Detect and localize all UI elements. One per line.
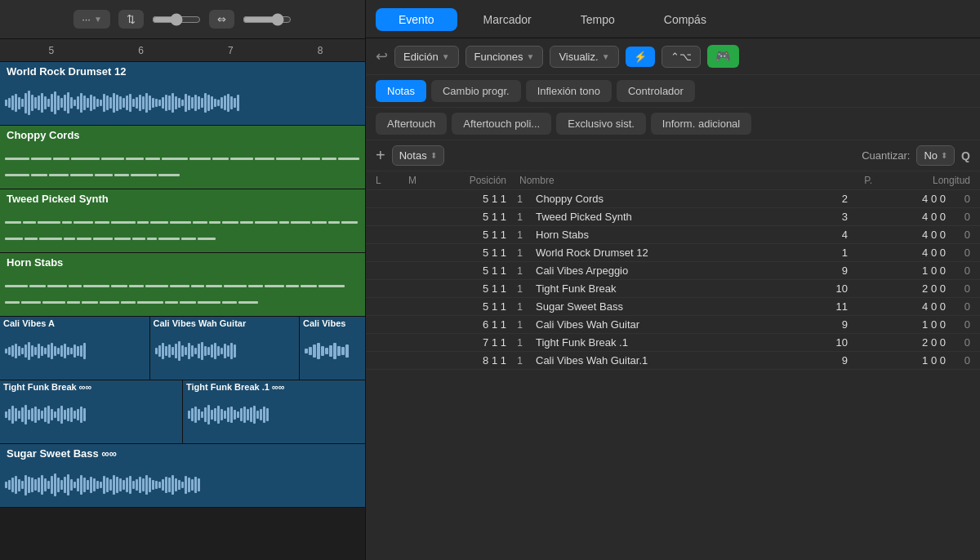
row-sub-6: 1 [506,301,523,313]
filter-exclusivo[interactable]: Exclusivo sist. [556,113,646,135]
midi-pattern-tweed: (function(){ const widths = [20,16,28,12… [0,208,365,252]
row-p-5: 10 [807,282,848,295]
visualiz-dropdown[interactable]: Visualiz. ▼ [550,46,618,68]
track-choppy-cords[interactable]: Choppy Cords (function(){ const widths =… [0,126,365,189]
table-row[interactable]: 5 1 1 1 Sugar Sweet Bass 11 4 0 0 0 [366,298,980,316]
clip-tight-funk-2: Tight Funk Break .1 ∞∞ (function(){ cons… [183,380,365,443]
row-long-5: 2 0 0 [848,282,946,295]
waveform-cali-b: (function(){ const heights = [6,10,16,20… [300,330,365,372]
person-icon2: 🎮 [715,49,731,63]
cali-vibes-clips: Cali Vibes A (function(){ const heights … [0,317,365,380]
track-cali-vibes[interactable]: Cali Vibes A (function(){ const heights … [0,317,365,380]
filter-row: Notas Cambio progr. Inflexión tono Contr… [366,75,980,108]
funciones-chevron: ▼ [527,52,535,61]
tab-tempo[interactable]: Tempo [558,8,638,31]
quantize-select[interactable]: No ⬍ [916,145,955,166]
visualiz-label: Visualiz. [559,51,598,63]
table-row[interactable]: 5 1 1 1 Cali Vibes Arpeggio 9 1 0 0 0 [366,262,980,280]
waveform-sugar: (function(){ const heights = [8,12,18,22… [0,463,365,507]
edicion-dropdown[interactable]: Edición ▼ [394,46,459,68]
row-name-7: Cali Vibes Wah Guitar [523,318,807,331]
track-horn-stabs[interactable]: Horn Stabs (function(){ const widths = [… [0,253,365,317]
notas-select[interactable]: Notas ⬍ [392,145,444,166]
track-tight-funk[interactable]: Tight Funk Break ∞∞ (function(){ const h… [0,380,365,444]
filter-aftertouch[interactable]: Aftertouch [376,113,447,135]
filter-inflexion[interactable]: Inflexión tono [526,80,612,102]
scroll-slider[interactable] [243,13,292,26]
row-extra-4: 0 [946,264,970,277]
clip-label-b: Cali Vibes [300,317,365,330]
table-row[interactable]: 7 1 1 1 Tight Funk Break .1 10 2 0 0 0 [366,334,980,352]
table-row[interactable]: 5 1 1 1 Choppy Cords 2 4 0 0 0 [366,190,980,208]
row-pos-4: 5 1 1 [425,264,506,277]
row-sub-7: 1 [506,319,523,331]
row-name-3: World Rock Drumset 12 [523,247,807,259]
waveform-tf1: (function(){ const heights = [8,14,22,16… [0,393,182,436]
filter-notas[interactable]: Notas [376,80,426,102]
row-p-6: 11 [807,300,848,313]
cycle-btn[interactable]: ··· ▼ [74,10,110,29]
arrows-btn[interactable]: ⇔ [209,10,234,29]
midi-pattern-horn: (function(){ const widths = [28,20,24,16… [0,272,365,316]
midi-pattern-choppy: (function(){ const widths = [30,25,20,35… [0,144,365,189]
tight-funk-clips: Tight Funk Break ∞∞ (function(){ const h… [0,380,365,443]
row-pos-3: 5 1 1 [425,247,506,259]
ruler-mark-8: 8 [275,45,365,56]
header-l: L [376,175,408,186]
person-icon-btn2[interactable]: 🎮 [707,45,739,68]
track-label-tweed: Tweed Picked Synth [0,189,365,208]
track-label-sugar: Sugar Sweet Bass ∞∞ [0,444,365,463]
table-row[interactable]: 5 1 1 1 Horn Stabs 4 4 0 0 0 [366,226,980,244]
funciones-label: Funciones [474,51,523,63]
track-world-rock[interactable]: World Rock Drumset 12 (function(){ const… [0,62,365,126]
funciones-dropdown[interactable]: Funciones ▼ [466,46,544,68]
row-p-0: 2 [807,193,848,205]
q-button[interactable]: Q [961,149,970,162]
table-row[interactable]: 8 1 1 1 Cali Vibes Wah Guitar.1 9 1 0 0 … [366,352,980,370]
row-name-9: Cali Vibes Wah Guitar.1 [523,354,807,367]
row-pos-5: 5 1 1 [425,282,506,295]
waveform-world-rock: (function(){ const heights = [8,12,18,22… [0,81,365,125]
row-extra-7: 0 [946,318,970,331]
tracks-container: World Rock Drumset 12 (function(){ const… [0,62,365,560]
tab-compas[interactable]: Compás [641,8,729,31]
clip-cali-wah: Cali Vibes Wah Guitar (function(){ const… [150,317,301,380]
filter-inform[interactable]: Inform. adicional [651,113,751,135]
row-extra-5: 0 [946,282,970,295]
notas-label: Notas [399,149,427,162]
clip-label-tf1: Tight Funk Break ∞∞ [0,380,182,393]
table-header: L M Posición Nombre P. Longitud [366,171,980,190]
add-event-btn[interactable]: + [376,146,385,165]
table-row[interactable]: 5 1 1 1 World Rock Drumset 12 1 4 0 0 0 [366,244,980,262]
row-pos-8: 7 1 1 [425,336,506,349]
track-label-horn: Horn Stabs [0,253,365,272]
clip-label-a: Cali Vibes A [0,317,149,330]
track-sugar[interactable]: Sugar Sweet Bass ∞∞ (function(){ const h… [0,444,365,508]
row-pos-7: 6 1 1 [425,318,506,331]
filter-cambio[interactable]: Cambio progr. [431,80,521,102]
tab-marcador[interactable]: Marcador [461,8,555,31]
table-row[interactable]: 6 1 1 1 Cali Vibes Wah Guitar 9 1 0 0 0 [366,316,980,334]
row-p-2: 4 [807,229,848,241]
row-name-1: Tweed Picked Synth [523,211,807,223]
ruler-mark-7: 7 [186,45,276,56]
filter-afterpoli[interactable]: Aftertouch poli... [452,113,551,135]
row-p-4: 9 [807,264,848,277]
row-name-5: Tight Funk Break [523,282,807,295]
row-extra-2: 0 [946,229,970,241]
tab-evento[interactable]: Evento [376,8,457,31]
table-row[interactable]: 5 1 1 1 Tweed Picked Synth 3 4 0 0 0 [366,208,980,226]
table-row[interactable]: 5 1 1 1 Tight Funk Break 10 2 0 0 0 [366,280,980,298]
person-icon-btn1[interactable]: ⌃⌥ [662,46,701,68]
event-toolbar: + Notas ⬍ Cuantizar: No ⬍ Q [366,140,980,171]
filter-icon-btn[interactable]: ⚡ [626,47,655,67]
zoom-slider[interactable] [152,13,201,26]
visualiz-chevron: ▼ [602,52,610,61]
filter-controlador[interactable]: Controlador [617,80,695,102]
swap-btn[interactable]: ⇅ [118,10,144,29]
back-button[interactable]: ↩ [376,47,388,65]
track-tweed[interactable]: Tweed Picked Synth (function(){ const wi… [0,189,365,253]
header-nombre: Nombre [506,175,831,186]
clip-cali-vibes-b: Cali Vibes (function(){ const heights = … [300,317,365,380]
row-pos-0: 5 1 1 [425,193,506,205]
